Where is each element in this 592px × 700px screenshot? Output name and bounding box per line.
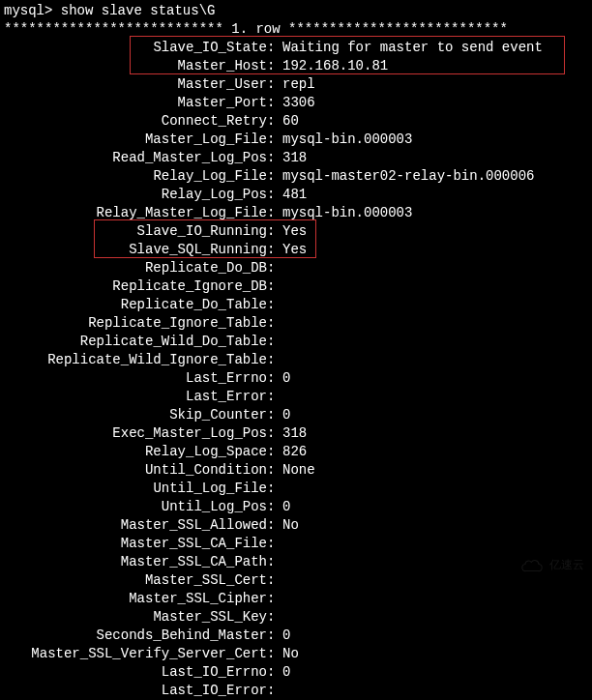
status-value: 0 (275, 663, 290, 682)
status-row: Master_SSL_CA_File: (4, 535, 588, 553)
status-label: Skip_Counter (4, 406, 267, 424)
cloud-icon (518, 557, 546, 574)
status-value: No (275, 516, 299, 535)
colon: : (267, 498, 275, 516)
status-row: Master_SSL_Verify_Server_Cert:No (4, 645, 588, 663)
colon: : (267, 259, 275, 277)
colon: : (267, 333, 275, 351)
colon: : (267, 590, 275, 608)
status-row: Replicate_Do_DB: (4, 259, 588, 277)
status-value: No (275, 645, 299, 663)
colon: : (267, 112, 275, 131)
status-label: Master_Port (4, 94, 267, 112)
colon: : (267, 149, 275, 167)
status-label: Read_Master_Log_Pos (4, 149, 267, 167)
status-label: Last_IO_Error (4, 682, 267, 700)
status-label: Replicate_Wild_Do_Table (4, 333, 267, 351)
colon: : (267, 663, 275, 682)
status-row: Last_Error: (4, 388, 588, 406)
status-label: Master_SSL_Allowed (4, 516, 267, 535)
status-row: Exec_Master_Log_Pos:318 (4, 424, 588, 443)
colon: : (267, 682, 275, 700)
status-row: Master_SSL_Allowed:No (4, 516, 588, 535)
status-label: Replicate_Ignore_DB (4, 277, 267, 296)
status-value (275, 296, 282, 314)
colon: : (267, 241, 275, 259)
colon: : (267, 131, 275, 149)
status-value: Yes (275, 241, 307, 259)
status-label: Seconds_Behind_Master (4, 627, 267, 645)
status-value (275, 682, 282, 700)
status-row: Read_Master_Log_Pos:318 (4, 149, 588, 167)
status-label: Replicate_Wild_Ignore_Table (4, 351, 267, 369)
status-row: Master_SSL_Key: (4, 608, 588, 627)
status-value: 481 (275, 186, 307, 204)
status-value: Waiting for master to send event (275, 39, 543, 57)
colon: : (267, 75, 275, 94)
status-value (275, 553, 282, 571)
colon: : (267, 645, 275, 663)
status-value: 318 (275, 149, 307, 167)
status-value: mysql-bin.000003 (275, 204, 412, 222)
colon: : (267, 314, 275, 333)
watermark-text: 亿速云 (549, 556, 584, 574)
colon: : (267, 296, 275, 314)
status-row: Master_Port:3306 (4, 94, 588, 112)
status-row: Relay_Master_Log_File:mysql-bin.000003 (4, 204, 588, 222)
status-row: Until_Log_File: (4, 480, 588, 498)
status-value: None (275, 461, 315, 480)
status-label: Master_SSL_CA_Path (4, 553, 267, 571)
status-value: 60 (275, 112, 299, 131)
status-label: Slave_IO_State (4, 39, 267, 57)
colon: : (267, 369, 275, 388)
colon: : (267, 553, 275, 571)
status-value: 0 (275, 498, 290, 516)
status-row: Slave_IO_State:Waiting for master to sen… (4, 39, 588, 57)
mysql-prompt: mysql> show slave status\G (4, 2, 588, 20)
colon: : (267, 571, 275, 590)
status-row: Master_SSL_CA_Path: (4, 553, 588, 571)
status-value (275, 259, 282, 277)
status-label: Connect_Retry (4, 112, 267, 131)
status-label: Relay_Master_Log_File (4, 204, 267, 222)
colon: : (267, 516, 275, 535)
colon: : (267, 277, 275, 296)
status-value: repl (275, 75, 315, 94)
status-row: Replicate_Wild_Ignore_Table: (4, 351, 588, 369)
status-row: Until_Condition:None (4, 461, 588, 480)
status-row: Connect_Retry:60 (4, 112, 588, 131)
status-value: Yes (275, 222, 307, 241)
row-header: *************************** 1. row *****… (4, 20, 588, 39)
status-value: 0 (275, 369, 290, 388)
status-value (275, 277, 282, 296)
status-value: 826 (275, 443, 307, 461)
colon: : (267, 222, 275, 241)
colon: : (267, 627, 275, 645)
status-label: Last_IO_Errno (4, 663, 267, 682)
status-label: Replicate_Ignore_Table (4, 314, 267, 333)
status-value: 318 (275, 424, 307, 443)
colon: : (267, 443, 275, 461)
status-label: Until_Log_File (4, 480, 267, 498)
status-label: Master_SSL_Cipher (4, 590, 267, 608)
status-row: Replicate_Ignore_Table: (4, 314, 588, 333)
status-value: 3306 (275, 94, 315, 112)
status-row: Master_SSL_Cipher: (4, 590, 588, 608)
colon: : (267, 461, 275, 480)
status-label: Replicate_Do_Table (4, 296, 267, 314)
status-value (275, 388, 282, 406)
status-label: Until_Condition (4, 461, 267, 480)
status-label: Slave_IO_Running (4, 222, 267, 241)
status-label: Relay_Log_Space (4, 443, 267, 461)
status-row: Last_Errno:0 (4, 369, 588, 388)
status-label: Replicate_Do_DB (4, 259, 267, 277)
status-label: Until_Log_Pos (4, 498, 267, 516)
status-label: Master_Host (4, 57, 267, 75)
status-row: Replicate_Wild_Do_Table: (4, 333, 588, 351)
colon: : (267, 94, 275, 112)
status-value (275, 535, 282, 553)
status-label: Last_Errno (4, 369, 267, 388)
status-label: Slave_SQL_Running (4, 241, 267, 259)
colon: : (267, 186, 275, 204)
colon: : (267, 608, 275, 627)
